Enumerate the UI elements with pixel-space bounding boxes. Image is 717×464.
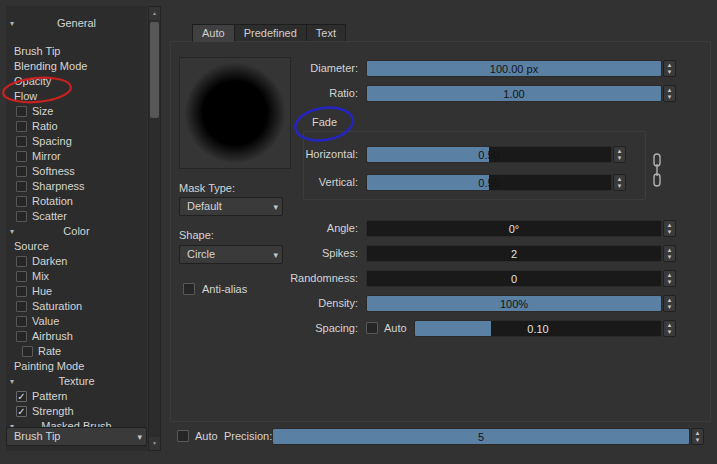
spin-up-icon[interactable]: ▲	[667, 247, 673, 253]
sidebar-item-painting-mode[interactable]: Painting Mode	[6, 359, 147, 374]
precision-auto-checkbox[interactable]	[177, 430, 189, 442]
spikes-value: 2	[367, 246, 661, 262]
spin-down-icon[interactable]: ▼	[667, 229, 673, 235]
precision-value: 5	[273, 429, 689, 445]
scroll-up-icon[interactable]: ▲	[149, 7, 160, 20]
diameter-value: 100.00 px	[367, 61, 661, 77]
spin-down-icon[interactable]: ▼	[617, 183, 623, 189]
precision-label: Precision:	[224, 430, 272, 442]
diameter-row: Diameter: 100.00 px ▲▼	[0, 60, 717, 77]
spin-up-icon[interactable]: ▲	[617, 176, 623, 182]
density-slider[interactable]: 100%	[366, 295, 662, 312]
spacing-slider[interactable]: 0.10	[414, 320, 662, 337]
sidebar-item-strength[interactable]: ✓Strength	[6, 404, 147, 419]
spacing-auto-label: Auto	[384, 322, 407, 334]
spin-up-icon[interactable]: ▲	[617, 148, 623, 154]
spin-up-icon[interactable]: ▲	[667, 272, 673, 278]
checkbox-icon[interactable]	[16, 196, 27, 207]
randomness-spinner[interactable]: ▲▼	[663, 270, 676, 287]
vertical-fade-slider[interactable]: 0.50	[366, 174, 612, 191]
horizontal-fade-row: Horizontal: 0.50 ▲▼	[0, 146, 717, 163]
spin-up-icon[interactable]: ▲	[667, 322, 673, 328]
spin-down-icon[interactable]: ▼	[667, 304, 673, 310]
vertical-fade-row: Vertical: 0.50 ▲▼	[0, 174, 717, 191]
sidebar-item-ratio[interactable]: Ratio	[6, 119, 147, 134]
sidebar-item-rotation[interactable]: Rotation	[6, 194, 147, 209]
precision-spinner[interactable]: ▲▼	[691, 428, 704, 445]
spin-up-icon[interactable]: ▲	[667, 62, 673, 68]
density-spinner[interactable]: ▲▼	[663, 295, 676, 312]
angle-row: Angle: 0° ▲▼	[0, 220, 717, 237]
checkbox-checked-icon[interactable]: ✓	[16, 391, 27, 402]
spikes-label: Spikes:	[200, 247, 358, 259]
sidebar-header-general[interactable]: ▾General	[6, 16, 147, 31]
precision-auto-label: Auto	[195, 430, 218, 442]
precision-slider[interactable]: 5	[272, 428, 690, 445]
vertical-fade-value: 0.50	[367, 175, 611, 191]
angle-label: Angle:	[200, 222, 358, 234]
spin-up-icon[interactable]: ▲	[667, 222, 673, 228]
diameter-slider[interactable]: 100.00 px	[366, 60, 662, 77]
diameter-spinner[interactable]: ▲▼	[663, 60, 676, 77]
diameter-label: Diameter:	[200, 62, 358, 74]
ratio-row: Ratio: 1.00 ▲▼	[0, 85, 717, 102]
spin-down-icon[interactable]: ▼	[667, 279, 673, 285]
spacing-label: Spacing:	[200, 322, 358, 334]
checkbox-icon[interactable]	[16, 106, 27, 117]
checkbox-checked-icon[interactable]: ✓	[16, 406, 27, 417]
spin-down-icon[interactable]: ▼	[695, 437, 701, 443]
checkbox-icon[interactable]	[22, 346, 33, 357]
angle-spinner[interactable]: ▲▼	[663, 220, 676, 237]
sidebar-item-brush-tip[interactable]: Brush Tip	[6, 44, 147, 59]
angle-slider[interactable]: 0°	[366, 220, 662, 237]
vertical-fade-spinner[interactable]: ▲▼	[613, 174, 626, 191]
randomness-value: 0	[367, 271, 661, 287]
spacing-value: 0.10	[415, 321, 661, 337]
density-row: Density: 100% ▲▼	[0, 295, 717, 312]
sidebar-item-rate[interactable]: Rate	[6, 344, 147, 359]
spin-down-icon[interactable]: ▼	[617, 155, 623, 161]
spacing-row: Spacing: Auto 0.10 ▲▼	[0, 320, 717, 337]
spin-down-icon[interactable]: ▼	[667, 94, 673, 100]
collapse-arrow-icon: ▾	[10, 374, 14, 389]
spin-up-icon[interactable]: ▲	[667, 87, 673, 93]
spin-up-icon[interactable]: ▲	[695, 430, 701, 436]
sidebar-header-texture[interactable]: ▾Texture	[6, 374, 147, 389]
randomness-slider[interactable]: 0	[366, 270, 662, 287]
tab-auto[interactable]: Auto	[192, 24, 235, 42]
precision-row: Auto Precision: 5 ▲▼	[0, 428, 717, 445]
tab-predefined[interactable]: Predefined	[234, 24, 307, 42]
spin-down-icon[interactable]: ▼	[667, 329, 673, 335]
ratio-slider[interactable]: 1.00	[366, 85, 662, 102]
brush-editor-window: ▾General Brush Tip Blending Mode Opacity…	[0, 0, 717, 464]
mask-type-combobox[interactable]: Default▾	[179, 197, 283, 216]
spin-down-icon[interactable]: ▼	[667, 254, 673, 260]
ratio-spinner[interactable]: ▲▼	[663, 85, 676, 102]
link-values-icon[interactable]	[650, 150, 664, 190]
spin-down-icon[interactable]: ▼	[667, 69, 673, 75]
spacing-spinner[interactable]: ▲▼	[663, 320, 676, 337]
chevron-down-icon: ▾	[273, 199, 278, 216]
fade-label: Fade	[308, 116, 341, 128]
randomness-label: Randomness:	[200, 272, 358, 284]
horizontal-fade-slider[interactable]: 0.50	[366, 146, 612, 163]
brush-tip-type-tabs: Auto Predefined Text	[192, 24, 345, 42]
vertical-label: Vertical:	[200, 176, 358, 188]
spacing-auto-checkbox[interactable]	[366, 322, 378, 334]
density-value: 100%	[367, 296, 661, 312]
randomness-row: Randomness: 0 ▲▼	[0, 270, 717, 287]
spikes-slider[interactable]: 2	[366, 245, 662, 262]
sidebar-item-pattern[interactable]: ✓Pattern	[6, 389, 147, 404]
checkbox-icon[interactable]	[16, 121, 27, 132]
spin-up-icon[interactable]: ▲	[667, 297, 673, 303]
horizontal-label: Horizontal:	[200, 148, 358, 160]
tab-text[interactable]: Text	[306, 24, 346, 42]
angle-value: 0°	[367, 221, 661, 237]
horizontal-fade-value: 0.50	[367, 147, 611, 163]
horizontal-fade-spinner[interactable]: ▲▼	[613, 146, 626, 163]
ratio-label: Ratio:	[200, 87, 358, 99]
checkbox-icon[interactable]	[16, 136, 27, 147]
sidebar-item-size[interactable]: Size	[6, 104, 147, 119]
spikes-spinner[interactable]: ▲▼	[663, 245, 676, 262]
ratio-value: 1.00	[367, 86, 661, 102]
